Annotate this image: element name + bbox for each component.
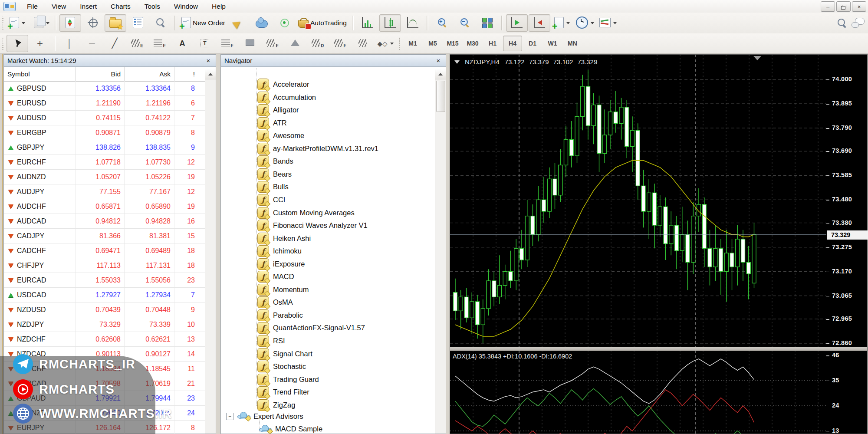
market-watch-toggle-button[interactable] [59,14,81,32]
navigator-item-macd-sample[interactable]: MACD Sample [259,425,322,434]
market-watch-row[interactable]: AUDCAD0.948120.9482816 [4,214,205,229]
market-watch-row[interactable]: USDCAD1.279271.279347 [4,288,205,302]
menu-view[interactable]: View [45,1,73,12]
navigator-item-custom-moving-averages[interactable]: ƒCustom Moving Averages [257,207,355,219]
triangle-tool-button[interactable] [284,35,306,52]
navigator-item-parabolic[interactable]: ƒParabolic [257,309,303,321]
navigator-item-stochastic[interactable]: ƒStochastic [257,361,306,372]
timeframe-w1[interactable]: W1 [543,36,562,51]
text-label-tool-button[interactable]: T [194,35,216,52]
market-watch-row[interactable]: EURGBP0.908710.908798 [4,125,205,140]
arrows-tool-button[interactable]: ◆◇ [375,35,396,52]
market-watch-row[interactable]: EURCAD1.550331.5505623 [4,273,205,288]
restore-button[interactable] [836,1,851,12]
market-watch-row[interactable]: AUDJPY77.15577.16712 [4,184,205,199]
market-watch-scrollbar[interactable] [205,69,216,434]
navigator-item-osma[interactable]: ƒOsMA [257,296,293,308]
periods-button[interactable] [574,14,596,32]
bar-chart-mode-button[interactable] [357,14,378,32]
chevron-down-icon[interactable] [613,22,617,24]
close-icon[interactable]: × [204,57,212,64]
menu-insert[interactable]: Insert [73,1,104,12]
fibonacci-fan-tool-button[interactable]: F [262,35,283,52]
navigator-item-atr[interactable]: ƒATR [257,117,287,129]
market-watch-row[interactable]: NZDUSD0.704390.704489 [4,302,205,317]
fibonacci-retracement-tool-button[interactable]: F [149,35,171,52]
market-watch-row[interactable]: CADJPY81.36681.38115 [4,229,205,243]
chevron-down-icon[interactable] [390,43,394,45]
market-watch-row[interactable]: CADCHF0.694710.6948918 [4,243,205,258]
navigator-item-trend-filter[interactable]: ƒTrend Filter [257,386,309,398]
timeframe-d1[interactable]: D1 [523,36,542,51]
navigator-item-rsi[interactable]: ƒRSI [257,335,285,347]
navigator-item-signal-chart[interactable]: ƒSignal Chart [257,348,312,360]
new-order-button[interactable]: +New Order [179,14,227,32]
scroll-up-icon[interactable] [435,69,446,79]
toolbar-grab-handle[interactable] [1,16,4,30]
market-watch-titlebar[interactable]: Market Watch: 15:14:29 × [4,55,216,67]
search-icon[interactable] [837,18,847,28]
close-icon[interactable]: × [434,57,442,64]
market-watch-row[interactable]: NZDCHF0.626080.6262113 [4,332,205,347]
market-watch-row[interactable]: AUDNZD1.052071.0522619 [4,170,205,184]
menu-window[interactable]: Window [167,1,205,12]
navigator-item-ay-marketprofiledwm-v1-31-rev1[interactable]: ƒay-MarketProfileDWM.v1.31.rev1 [257,143,378,155]
column-bid[interactable]: Bid [75,67,124,81]
navigator-item-expert-advisors[interactable]: −Expert Advisors [226,412,303,421]
text-tool-button[interactable]: A [171,35,193,52]
indicators-list-button[interactable]: + [551,14,573,32]
candle-chart-mode-button[interactable] [379,14,401,32]
toolbar-grab-handle[interactable] [1,37,4,50]
menu-charts[interactable]: Charts [104,1,138,12]
navigator-item-awesome[interactable]: ƒAwesome [257,130,304,141]
minimize-button[interactable]: – [821,1,835,12]
navigator-titlebar[interactable]: Navigator × [221,55,446,67]
metaeditor-button[interactable] [228,14,250,32]
chevron-down-icon[interactable] [566,22,570,24]
navigator-item-quantactionfx-signal-v1-57[interactable]: ƒQuantActionFX-Signal-V1.57 [257,322,365,334]
navigator-item-accumulation[interactable]: ƒAccumulation [257,92,316,103]
menu-help[interactable]: Help [205,1,233,12]
terminal-toggle-button[interactable] [127,14,149,32]
column-ask[interactable]: Ask [124,67,174,81]
navigator-item-bands[interactable]: ƒBands [257,155,293,167]
new-chart-button[interactable]: + [7,14,28,32]
trendline-tool-button[interactable]: ╱ [104,35,125,52]
chevron-down-icon[interactable] [22,22,25,24]
chevron-down-icon[interactable] [591,22,594,24]
strategy-tester-button[interactable] [150,14,171,32]
navigator-item-accelerator[interactable]: ƒAccelerator [257,79,309,90]
navigator-item-bulls[interactable]: ƒBulls [257,181,289,193]
navigator-item-macd[interactable]: ƒMACD [257,271,294,283]
adx-indicator-chart[interactable] [450,350,826,434]
vertical-line-tool-button[interactable]: │ [59,35,80,52]
profiles-button[interactable] [29,14,52,32]
menu-tools[interactable]: Tools [138,1,167,12]
indicator-panel-divider[interactable] [450,347,867,351]
timeframe-m30[interactable]: M30 [463,36,482,51]
chart-window[interactable]: NZDJPY,H4 73.122 73.379 73.102 73.329 74… [450,54,868,434]
crosshair-tool-button[interactable]: + [29,35,51,52]
horizontal-line-tool-button[interactable]: ─ [81,35,103,52]
column-spread[interactable]: ! [174,67,198,81]
navigator-item-ichimoku[interactable]: ƒIchimoku [257,245,302,257]
fibonacci-channel-tool-button[interactable]: F [217,35,238,52]
chat-icon[interactable] [852,18,865,28]
data-window-button[interactable] [82,14,104,32]
navigator-toggle-button[interactable]: ★ [105,14,126,32]
gann-fan-tool-button[interactable]: F [329,35,351,52]
chevron-down-icon[interactable] [454,60,460,64]
equidistant-channel-tool-button[interactable]: E [126,35,148,52]
toolbar-grab-handle[interactable] [398,37,401,50]
menu-file[interactable]: File [20,1,45,12]
navigator-item-iexposure[interactable]: ƒiExposure [257,258,305,270]
timeframe-m1[interactable]: M1 [403,36,422,51]
navigator-item-fibonacci-waves-analyzer-v1[interactable]: ƒFibonacci Waves Analyzer V1 [257,220,368,231]
timeframe-h4[interactable]: H4 [503,36,522,51]
chart-shift-button[interactable] [529,14,550,32]
andrews-pitchfork-tool-button[interactable] [352,35,374,52]
market-watch-row[interactable]: GBPJPY138.826138.8359 [4,140,205,155]
navigator-item-bears[interactable]: ƒBears [257,168,292,180]
autotrading-button[interactable]: AutoTrading [296,14,349,32]
market-watch-row[interactable]: EURUSD1.211901.211966 [4,96,205,111]
